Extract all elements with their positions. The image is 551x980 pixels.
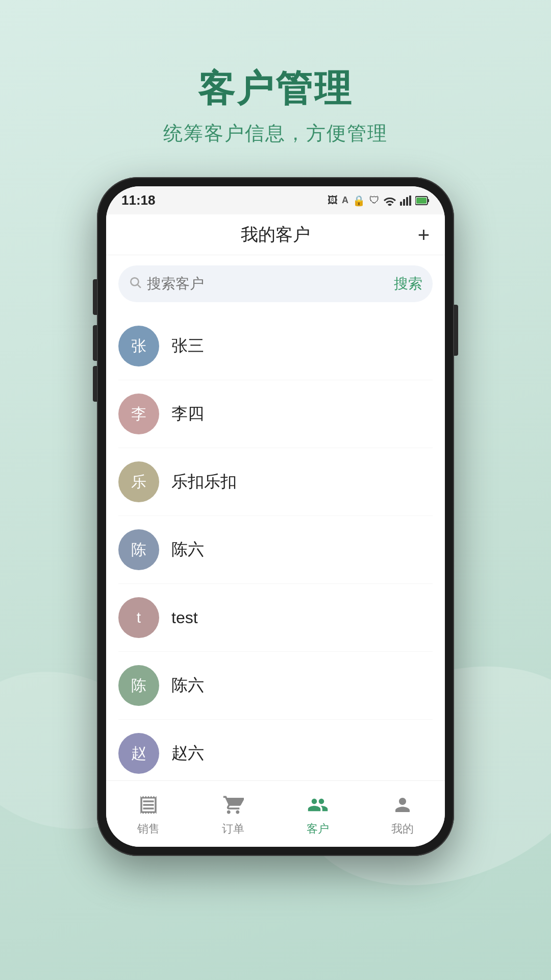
avatar: 赵 bbox=[118, 733, 159, 774]
avatar: 陈 bbox=[118, 665, 159, 706]
svg-point-7 bbox=[131, 278, 138, 285]
list-item[interactable]: 陈陈六 bbox=[118, 516, 433, 584]
phone-mockup: 11:18 🖼 A 🔒 🛡 bbox=[97, 177, 454, 856]
svg-rect-0 bbox=[400, 202, 402, 206]
nav-label-sales: 销售 bbox=[137, 821, 160, 837]
avatar: 乐 bbox=[118, 461, 159, 502]
avatar: 陈 bbox=[118, 529, 159, 570]
svg-rect-6 bbox=[416, 198, 427, 204]
nav-item-orders[interactable]: 订单 bbox=[191, 792, 276, 837]
status-bar: 11:18 🖼 A 🔒 🛡 bbox=[106, 186, 445, 214]
customer-name: 赵六 bbox=[171, 742, 204, 765]
nav-label-orders: 订单 bbox=[222, 821, 244, 837]
phone-inner: 11:18 🖼 A 🔒 🛡 bbox=[106, 186, 445, 847]
nav-icon-customers bbox=[305, 792, 331, 818]
avatar: t bbox=[118, 597, 159, 638]
wifi-icon bbox=[384, 195, 396, 206]
svg-rect-3 bbox=[409, 195, 411, 206]
image-status-icon: 🖼 bbox=[328, 194, 338, 206]
nav-label-customers: 客户 bbox=[307, 821, 329, 837]
nav-item-sales[interactable]: 销售 bbox=[106, 792, 191, 837]
customer-name: 陈六 bbox=[171, 674, 204, 697]
search-input[interactable] bbox=[147, 276, 389, 292]
nav-title: 我的客户 bbox=[241, 223, 310, 247]
customer-name: 乐扣乐扣 bbox=[171, 471, 237, 493]
top-nav: 我的客户 + bbox=[106, 214, 445, 255]
page-header: 客户管理 统筹客户信息，方便管理 bbox=[163, 66, 388, 146]
search-bar: 搜索 bbox=[118, 265, 433, 302]
customer-name: 张三 bbox=[171, 335, 204, 357]
list-item[interactable]: ttest bbox=[118, 584, 433, 652]
nav-item-customers[interactable]: 客户 bbox=[276, 792, 360, 837]
list-item[interactable]: 乐乐扣乐扣 bbox=[118, 448, 433, 516]
nav-icon-orders bbox=[220, 792, 246, 818]
avatar: 张 bbox=[118, 326, 159, 366]
customer-name: 李四 bbox=[171, 403, 204, 425]
nav-icon-sales bbox=[135, 792, 162, 818]
lock-status-icon: 🔒 bbox=[353, 194, 365, 207]
list-item[interactable]: 陈陈六 bbox=[118, 652, 433, 720]
svg-rect-2 bbox=[406, 197, 408, 206]
customer-list: 张张三李李四乐乐扣乐扣陈陈六ttest陈陈六赵赵六张张三 bbox=[106, 312, 445, 780]
list-item[interactable]: 赵赵六 bbox=[118, 720, 433, 780]
avatar: 李 bbox=[118, 394, 159, 434]
list-item[interactable]: 张张三 bbox=[118, 312, 433, 380]
page-title: 客户管理 bbox=[163, 66, 388, 110]
font-status-icon: A bbox=[342, 195, 348, 206]
nav-icon-mine bbox=[389, 792, 416, 818]
nav-label-mine: 我的 bbox=[391, 821, 414, 837]
nav-item-mine[interactable]: 我的 bbox=[360, 792, 445, 837]
customer-name: 陈六 bbox=[171, 538, 204, 561]
add-customer-button[interactable]: + bbox=[418, 225, 430, 245]
search-button[interactable]: 搜索 bbox=[394, 274, 422, 293]
svg-line-8 bbox=[138, 285, 141, 288]
phone-outer: 11:18 🖼 A 🔒 🛡 bbox=[97, 177, 454, 856]
search-icon bbox=[129, 276, 142, 292]
shield-status-icon: 🛡 bbox=[369, 194, 380, 206]
battery-icon bbox=[415, 195, 430, 206]
list-item[interactable]: 李李四 bbox=[118, 380, 433, 448]
status-icons: 🖼 A 🔒 🛡 bbox=[328, 194, 430, 207]
status-time: 11:18 bbox=[121, 192, 156, 208]
svg-rect-1 bbox=[403, 199, 405, 206]
page-subtitle: 统筹客户信息，方便管理 bbox=[163, 120, 388, 146]
svg-rect-5 bbox=[428, 199, 429, 202]
bottom-nav: 销售订单客户我的 bbox=[106, 780, 445, 847]
search-area: 搜索 bbox=[106, 255, 445, 312]
signal-icon bbox=[400, 195, 411, 206]
customer-name: test bbox=[171, 608, 198, 627]
